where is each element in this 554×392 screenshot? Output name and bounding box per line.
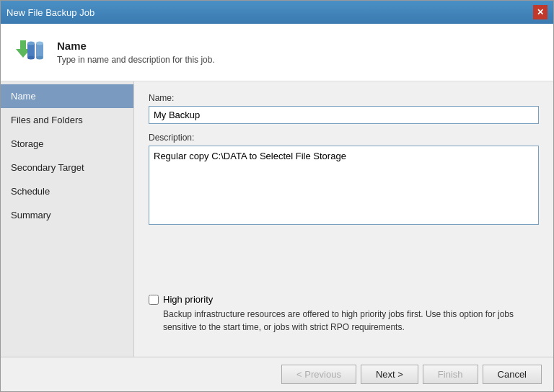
sidebar-item-storage[interactable]: Storage (1, 132, 133, 156)
dialog-title: New File Backup Job (6, 7, 94, 18)
svg-rect-2 (36, 43, 43, 58)
svg-point-4 (36, 41, 43, 45)
svg-point-6 (36, 55, 43, 59)
dialog: New File Backup Job ✕ Name Type in name (0, 0, 554, 392)
next-button[interactable]: Next > (361, 365, 418, 384)
sidebar: Name Files and Folders Storage Secondary… (1, 81, 134, 357)
header-text: Name Type in name and description for th… (57, 40, 215, 65)
priority-section: High priority Backup infrastructure reso… (149, 294, 539, 334)
high-priority-checkbox[interactable] (149, 295, 159, 305)
name-field-group: Name: (149, 93, 539, 124)
svg-rect-1 (27, 43, 35, 58)
header-icon (12, 35, 47, 70)
svg-point-5 (27, 55, 35, 59)
sidebar-item-summary[interactable]: Summary (1, 203, 133, 227)
body: Name Files and Folders Storage Secondary… (1, 81, 553, 357)
name-input[interactable] (149, 106, 539, 124)
dialog-header: Name Type in name and description for th… (1, 24, 553, 81)
priority-label[interactable]: High priority (163, 294, 213, 305)
description-textarea[interactable] (149, 146, 539, 225)
main-content: Name: Description: High priority Backup … (134, 81, 553, 357)
header-subtext: Type in name and description for this jo… (57, 55, 215, 65)
footer: < Previous Next > Finish Cancel (1, 357, 553, 391)
description-label: Description: (149, 133, 539, 143)
close-button[interactable]: ✕ (533, 5, 548, 19)
sidebar-item-files-and-folders[interactable]: Files and Folders (1, 108, 133, 132)
finish-button[interactable]: Finish (423, 365, 478, 384)
priority-checkbox-row: High priority (149, 294, 539, 305)
previous-button[interactable]: < Previous (281, 365, 356, 384)
svg-point-3 (27, 41, 35, 45)
cancel-button[interactable]: Cancel (483, 365, 542, 384)
header-heading: Name (57, 40, 215, 52)
priority-description: Backup infrastructure resources are offe… (149, 308, 539, 334)
description-field-group: Description: (149, 133, 539, 227)
sidebar-item-name[interactable]: Name (1, 84, 133, 108)
name-label: Name: (149, 93, 539, 103)
titlebar: New File Backup Job ✕ (1, 1, 553, 24)
sidebar-item-secondary-target[interactable]: Secondary Target (1, 156, 133, 179)
sidebar-item-schedule[interactable]: Schedule (1, 179, 133, 203)
